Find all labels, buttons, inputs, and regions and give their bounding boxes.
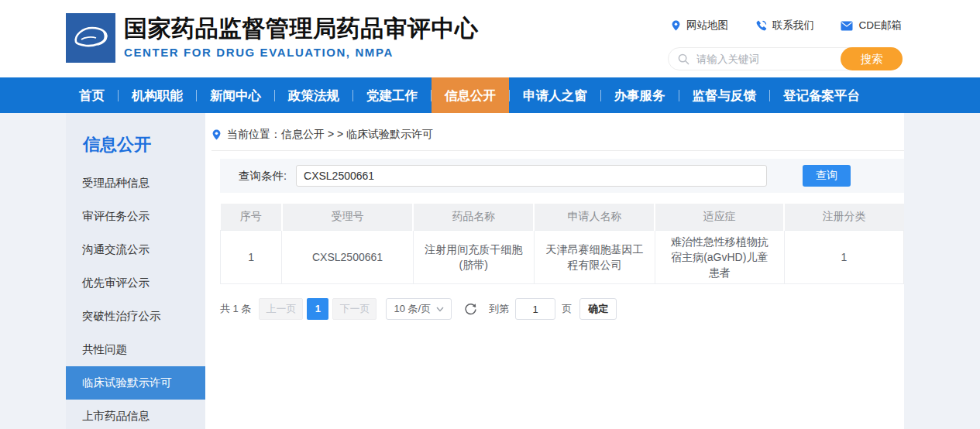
nav-item-services[interactable]: 办事服务 bbox=[601, 77, 679, 113]
link-contact-us[interactable]: 联系我们 bbox=[755, 19, 814, 33]
link-cde-mail-label: CDE邮箱 bbox=[858, 19, 902, 33]
cell-index: 1 bbox=[221, 230, 282, 284]
sidebar-title: 信息公开 bbox=[83, 133, 205, 156]
chevron-down-icon bbox=[436, 307, 444, 312]
main-nav: 首页 机构职能 新闻中心 政策法规 党建工作 信息公开 申请人之窗 办事服务 监… bbox=[0, 77, 980, 113]
page-number-button[interactable]: 1 bbox=[307, 298, 328, 320]
table-row: 1 CXSL2500661 注射用间充质干细胞(脐带) 天津昂赛细胞基因工程有限… bbox=[221, 230, 904, 284]
nav-item-policies[interactable]: 政策法规 bbox=[275, 77, 352, 113]
table-header-row: 序号 受理号 药品名称 申请人名称 适应症 注册分类 bbox=[221, 204, 904, 230]
site-title: 国家药品监督管理局药品审评中心 bbox=[124, 15, 479, 43]
cde-logo-icon bbox=[66, 13, 115, 63]
col-header-acceptance-no: 受理号 bbox=[282, 204, 413, 230]
cell-acceptance-no: CXSL2500661 bbox=[282, 230, 413, 284]
link-contact-us-label: 联系我们 bbox=[772, 19, 814, 33]
phone-icon bbox=[755, 20, 767, 32]
header: 国家药品监督管理局药品审评中心 CENTER FOR DRUG EVALUATI… bbox=[0, 0, 980, 77]
query-label: 查询条件: bbox=[239, 169, 287, 184]
goto-page-prefix: 到第 bbox=[489, 302, 509, 316]
content: 当前位置：信息公开 > > 临床试验默示许可 查询条件: 查询 序号 受理号 药… bbox=[205, 113, 904, 429]
sidebar-item-common-issues[interactable]: 共性问题 bbox=[66, 333, 205, 366]
envelope-icon bbox=[841, 21, 853, 31]
pagination-total: 共 1 条 bbox=[220, 302, 251, 316]
refresh-button[interactable] bbox=[464, 303, 477, 316]
breadcrumb-pin-icon bbox=[211, 129, 222, 141]
nav-item-party-building[interactable]: 党建工作 bbox=[353, 77, 431, 113]
site-search-input[interactable] bbox=[696, 53, 832, 65]
sidebar-item-review-tasks[interactable]: 审评任务公示 bbox=[66, 200, 205, 233]
breadcrumb: 当前位置：信息公开 > > 临床试验默示许可 bbox=[211, 128, 904, 151]
nav-item-info-disclosure[interactable]: 信息公开 bbox=[432, 77, 509, 113]
sidebar-item-marketed-drugs[interactable]: 上市药品信息 bbox=[66, 400, 205, 429]
confirm-button[interactable]: 确定 bbox=[579, 298, 617, 320]
refresh-icon bbox=[464, 303, 477, 316]
site-search-button[interactable]: 搜索 bbox=[841, 47, 903, 70]
link-sitemap[interactable]: 网站地图 bbox=[671, 19, 728, 33]
main-nav-inner: 首页 机构职能 新闻中心 政策法规 党建工作 信息公开 申请人之窗 办事服务 监… bbox=[66, 77, 980, 113]
query-button[interactable]: 查询 bbox=[803, 165, 851, 187]
page-size-label: 10 条/页 bbox=[394, 302, 431, 316]
link-cde-mail[interactable]: CDE邮箱 bbox=[841, 19, 902, 33]
col-header-registration-class: 注册分类 bbox=[784, 204, 903, 230]
results-table: 序号 受理号 药品名称 申请人名称 适应症 注册分类 1 CXSL2500661… bbox=[220, 204, 904, 284]
col-header-index: 序号 bbox=[221, 204, 282, 230]
query-bar: 查询条件: 查询 bbox=[220, 159, 904, 193]
location-pin-icon bbox=[671, 19, 681, 32]
goto-page-input[interactable] bbox=[515, 298, 555, 320]
site-subtitle: CENTER FOR DRUG EVALUATION, NMPA bbox=[124, 46, 479, 59]
breadcrumb-text: 当前位置：信息公开 > > 临床试验默示许可 bbox=[227, 128, 433, 142]
col-header-applicant: 申请人名称 bbox=[534, 204, 655, 230]
sidebar-item-communication[interactable]: 沟通交流公示 bbox=[66, 233, 205, 266]
link-sitemap-label: 网站地图 bbox=[686, 19, 728, 33]
nav-item-organization[interactable]: 机构职能 bbox=[119, 77, 196, 113]
prev-page-button[interactable]: 上一页 bbox=[259, 298, 303, 320]
sidebar-item-accepted-varieties[interactable]: 受理品种信息 bbox=[66, 166, 205, 200]
sidebar: 信息公开 受理品种信息 审评任务公示 沟通交流公示 优先审评公示 突破性治疗公示… bbox=[66, 113, 205, 429]
sidebar-item-breakthrough-therapy[interactable]: 突破性治疗公示 bbox=[66, 300, 205, 333]
nav-item-supervision-feedback[interactable]: 监督与反馈 bbox=[679, 77, 770, 113]
nav-item-applicant-window[interactable]: 申请人之窗 bbox=[510, 77, 600, 113]
next-page-button[interactable]: 下一页 bbox=[332, 298, 377, 320]
sidebar-item-clinical-trial-implied-license[interactable]: 临床试验默示许可 bbox=[66, 366, 205, 400]
query-input[interactable] bbox=[296, 165, 767, 187]
search-icon bbox=[678, 53, 689, 65]
nav-item-home[interactable]: 首页 bbox=[66, 77, 118, 113]
cell-indication: 难治性急性移植物抗宿主病(aGvHD)儿童患者 bbox=[655, 230, 784, 284]
nav-item-registration-platform[interactable]: 登记备案平台 bbox=[770, 77, 873, 113]
sidebar-item-priority-review[interactable]: 优先审评公示 bbox=[66, 266, 205, 300]
top-links: 网站地图 联系我们 CDE邮箱 bbox=[671, 19, 902, 33]
site-search-bar: 搜索 bbox=[668, 47, 903, 70]
col-header-indication: 适应症 bbox=[655, 204, 784, 230]
page-size-select[interactable]: 10 条/页 bbox=[386, 298, 452, 320]
goto-page-suffix: 页 bbox=[562, 302, 572, 316]
col-header-drug-name: 药品名称 bbox=[413, 204, 534, 230]
cell-applicant: 天津昂赛细胞基因工程有限公司 bbox=[534, 230, 655, 284]
cell-registration-class: 1 bbox=[784, 230, 903, 284]
cell-drug-name: 注射用间充质干细胞(脐带) bbox=[413, 230, 534, 284]
pagination: 共 1 条 上一页 1 下一页 10 条/页 到第 bbox=[220, 298, 904, 320]
nav-item-news[interactable]: 新闻中心 bbox=[197, 77, 274, 113]
page: 国家药品监督管理局药品审评中心 CENTER FOR DRUG EVALUATI… bbox=[0, 0, 980, 429]
site-title-block: 国家药品监督管理局药品审评中心 CENTER FOR DRUG EVALUATI… bbox=[124, 15, 479, 59]
main-container: 信息公开 受理品种信息 审评任务公示 沟通交流公示 优先审评公示 突破性治疗公示… bbox=[66, 113, 904, 429]
